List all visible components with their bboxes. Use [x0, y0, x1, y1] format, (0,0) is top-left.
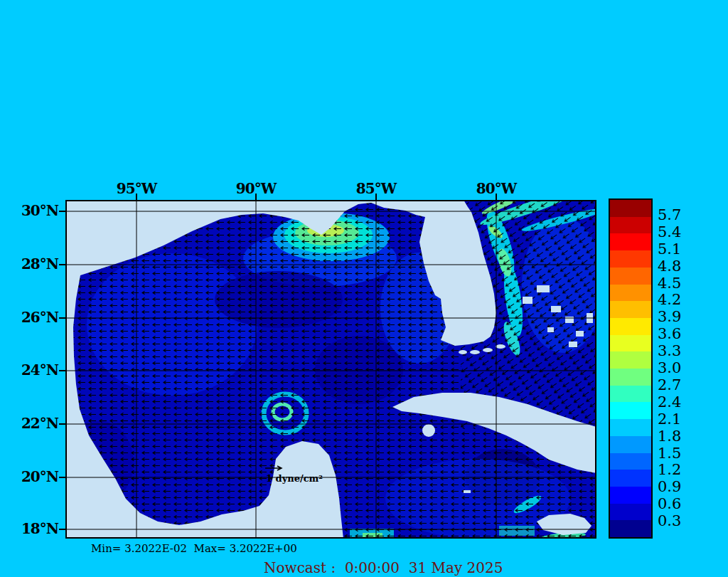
axis-tick	[59, 264, 65, 265]
colorbar-tick-label: 3.9	[658, 309, 681, 324]
land-isle-of-youth	[422, 424, 435, 437]
nowcast-plot-page: 95°W 90°W 85°W 80°W 30°N 28°N 26°N 24°N …	[0, 0, 728, 577]
y-tick-label: 20°N	[17, 468, 58, 485]
axis-tick	[496, 194, 497, 200]
colorbar-tick-label: 4.8	[658, 258, 681, 274]
colorbar-tick-label: 5.7	[658, 207, 681, 223]
colorbar-segment	[610, 335, 651, 352]
min-max-stats: Min= 3.2022E-02 Max= 3.2022E+00	[91, 542, 297, 555]
colorbar-segment	[610, 453, 651, 470]
colorbar-segment	[610, 369, 651, 386]
nowcast-timestamp: Nowcast : 0:00:00 31 May 2025	[264, 559, 503, 576]
colorbar-tick-label: 5.1	[658, 241, 681, 257]
colorbar-segment	[610, 285, 651, 302]
y-tick-label: 28°N	[17, 255, 58, 272]
colorbar-segment	[610, 200, 651, 217]
colorbar-tick-label: 1.2	[658, 462, 681, 477]
axis-tick	[59, 529, 65, 530]
axis-tick	[255, 194, 257, 200]
colorbar-segment	[610, 268, 651, 285]
colorbar-segment	[610, 386, 651, 403]
colorbar-segment	[610, 419, 651, 436]
y-tick-label: 24°N	[17, 361, 58, 379]
scale-arrow-label: 1 dyne/cm²	[266, 473, 323, 484]
colorbar	[609, 198, 653, 539]
colorbar-segment	[610, 470, 651, 487]
colorbar-segment	[610, 233, 651, 250]
colorbar-tick-label: 4.5	[658, 275, 681, 291]
y-tick-label: 22°N	[17, 415, 58, 432]
colorbar-tick-label: 4.2	[658, 292, 681, 307]
colorbar-tick-label: 2.1	[658, 411, 681, 427]
axis-tick	[59, 477, 65, 478]
colorbar-tick-label: 0.6	[658, 496, 681, 512]
y-tick-label: 18°N	[17, 520, 58, 537]
y-tick-label: 26°N	[17, 309, 58, 326]
colorbar-tick-label: 2.4	[658, 394, 681, 410]
colorbar-segment	[610, 351, 651, 369]
colorbar-tick-label: 3.6	[658, 326, 681, 342]
colorbar-tick-label: 5.4	[658, 224, 681, 240]
colorbar-segment	[610, 520, 651, 537]
colorbar-tick-label: 3.3	[658, 343, 681, 359]
colorbar-tick-label: 0.3	[658, 513, 681, 529]
axis-tick	[59, 317, 65, 319]
axis-tick	[59, 211, 65, 212]
land-grand-cayman	[464, 490, 471, 493]
axis-tick	[136, 194, 137, 200]
y-tick-label: 30°N	[17, 202, 58, 219]
axis-tick	[59, 423, 65, 425]
axis-tick	[375, 194, 377, 200]
colorbar-segment	[610, 436, 651, 453]
colorbar-tick-label: 1.8	[658, 428, 681, 444]
colorbar-tick-label: 0.9	[658, 479, 681, 494]
axis-tick	[59, 370, 65, 371]
colorbar-segment	[610, 487, 651, 504]
colorbar-segment	[610, 504, 651, 521]
colorbar-tick-label: 3.0	[658, 360, 681, 376]
colorbar-tick-label: 1.5	[658, 445, 681, 461]
map-plot	[65, 200, 596, 539]
colorbar-segment	[610, 250, 651, 268]
colorbar-tick-label: 2.7	[658, 377, 681, 393]
colorbar-segment	[610, 301, 651, 318]
colorbar-tick-labels: 5.75.45.14.84.54.23.93.63.33.02.72.42.11…	[658, 198, 709, 539]
colorbar-segment	[610, 318, 651, 335]
colorbar-segment	[610, 217, 651, 234]
colorbar-segment	[610, 402, 651, 419]
